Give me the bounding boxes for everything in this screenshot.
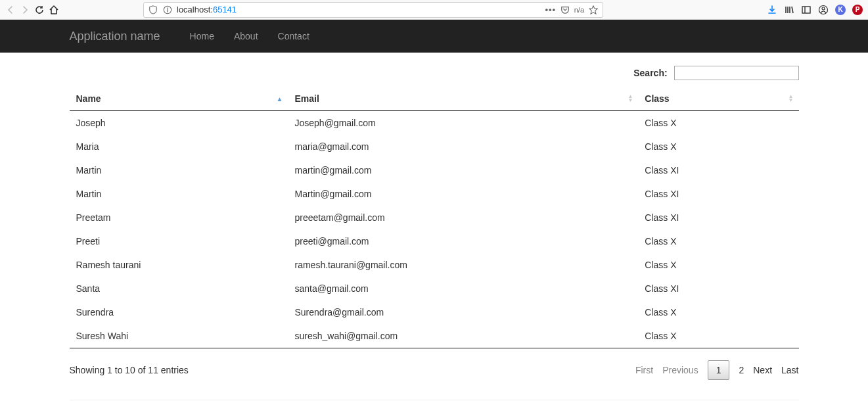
- table-row: Santasanta@gmail.comClass XI: [70, 277, 799, 300]
- cell-email: Surendra@gmail.com: [288, 300, 639, 324]
- cell-name: Preetam: [70, 206, 288, 229]
- paginate-previous[interactable]: Previous: [662, 365, 698, 375]
- table-row: Preetampreeetam@gmail.comClass XI: [70, 206, 799, 229]
- cell-email: Martin@gmail.com: [288, 182, 639, 206]
- main-container: Search: Name ▲ Email ▲▼ Class ▲▼ Joseph: [60, 53, 809, 401]
- cell-class: Class XI: [638, 206, 798, 229]
- nav-link-about[interactable]: About: [224, 21, 268, 51]
- pinterest-icon[interactable]: P: [852, 5, 863, 15]
- table-row: Preetipreeti@gmail.comClass X: [70, 229, 799, 253]
- cell-class: Class X: [638, 229, 798, 253]
- table-row: SurendraSurendra@gmail.comClass X: [70, 300, 799, 324]
- cell-name: Ramesh taurani: [70, 253, 288, 277]
- cell-name: Martin: [70, 182, 288, 206]
- address-bar[interactable]: localhost:65141 ••• n/a: [143, 2, 603, 18]
- more-icon[interactable]: •••: [545, 5, 556, 15]
- cell-class: Class X: [638, 300, 798, 324]
- cell-name: Preeti: [70, 229, 288, 253]
- tracking-label: n/a: [574, 6, 584, 14]
- paginate-last[interactable]: Last: [781, 365, 798, 375]
- search-label: Search:: [633, 68, 798, 78]
- column-header-email[interactable]: Email ▲▼: [288, 87, 639, 111]
- cell-email: preeetam@gmail.com: [288, 206, 639, 229]
- column-header-name[interactable]: Name ▲: [70, 87, 288, 111]
- sort-asc-icon: ▲: [277, 95, 283, 103]
- info-icon[interactable]: [162, 5, 173, 15]
- paginate-page-2[interactable]: 2: [739, 365, 744, 375]
- cell-class: Class XI: [638, 182, 798, 206]
- cell-name: Surendra: [70, 300, 288, 324]
- url-text: localhost:65141: [177, 5, 541, 14]
- account-icon[interactable]: [818, 5, 829, 15]
- pagination: First Previous 1 2 Next Last: [635, 360, 799, 380]
- search-filter: Search:: [70, 66, 799, 80]
- cell-class: Class X: [638, 135, 798, 158]
- nav-links: Home About Contact: [180, 21, 319, 51]
- cell-name: Joseph: [70, 111, 288, 135]
- svg-rect-3: [802, 7, 810, 13]
- paginate-page-1[interactable]: 1: [708, 360, 730, 380]
- extension-k-icon[interactable]: K: [835, 5, 846, 15]
- table-info: Showing 1 to 10 of 11 entries: [70, 365, 189, 375]
- cell-name: Santa: [70, 277, 288, 300]
- cell-email: ramesh.taurani@gmail.com: [288, 253, 639, 277]
- browser-chrome: localhost:65141 ••• n/a K P: [0, 0, 868, 20]
- nav-link-contact[interactable]: Contact: [268, 21, 319, 51]
- cell-email: martin@gmail.com: [288, 158, 639, 182]
- table-row: Suresh Wahisuresh_wahi@gmail.comClass X: [70, 324, 799, 348]
- downloads-icon[interactable]: [767, 5, 777, 15]
- paginate-first[interactable]: First: [635, 365, 653, 375]
- table-row: Martinmartin@gmail.comClass XI: [70, 158, 799, 182]
- cell-email: maria@gmail.com: [288, 135, 639, 158]
- sidebar-icon[interactable]: [801, 5, 811, 15]
- svg-rect-2: [167, 9, 168, 12]
- table-row: JosephJoseph@gmail.comClass X: [70, 111, 799, 135]
- shield-icon[interactable]: [148, 5, 158, 15]
- navbar: Application name Home About Contact: [0, 20, 868, 53]
- cell-email: Joseph@gmail.com: [288, 111, 639, 135]
- table-header-row: Name ▲ Email ▲▼ Class ▲▼: [70, 87, 799, 111]
- browser-nav-icons: [5, 5, 59, 15]
- cell-email: santa@gmail.com: [288, 277, 639, 300]
- table-row: Mariamaria@gmail.comClass X: [70, 135, 799, 158]
- cell-email: preeti@gmail.com: [288, 229, 639, 253]
- cell-class: Class X: [638, 324, 798, 348]
- cell-class: Class XI: [638, 158, 798, 182]
- table-row: MartinMartin@gmail.comClass XI: [70, 182, 799, 206]
- reload-icon[interactable]: [34, 5, 45, 15]
- cell-name: Maria: [70, 135, 288, 158]
- browser-right-icons: K P: [767, 5, 863, 15]
- column-header-class[interactable]: Class ▲▼: [638, 87, 798, 111]
- cell-name: Martin: [70, 158, 288, 182]
- navbar-brand[interactable]: Application name: [70, 30, 160, 43]
- svg-point-1: [167, 7, 168, 9]
- table-row: Ramesh tauraniramesh.taurani@gmail.comCl…: [70, 253, 799, 277]
- data-table: Name ▲ Email ▲▼ Class ▲▼ JosephJoseph@gm…: [70, 87, 799, 348]
- home-icon[interactable]: [49, 5, 59, 15]
- footer-rule: [70, 400, 799, 400]
- search-input[interactable]: [674, 66, 799, 80]
- back-icon[interactable]: [5, 5, 16, 15]
- cell-name: Suresh Wahi: [70, 324, 288, 348]
- sort-both-icon: ▲▼: [788, 95, 794, 103]
- sort-both-icon: ▲▼: [628, 95, 633, 103]
- cell-class: Class X: [638, 111, 798, 135]
- svg-point-6: [822, 7, 825, 10]
- cell-email: suresh_wahi@gmail.com: [288, 324, 639, 348]
- pocket-icon[interactable]: [560, 5, 570, 15]
- table-bottom-bar: Showing 1 to 10 of 11 entries First Prev…: [70, 355, 799, 380]
- cell-class: Class X: [638, 253, 798, 277]
- forward-icon[interactable]: [20, 5, 30, 15]
- nav-link-home[interactable]: Home: [180, 21, 224, 51]
- library-icon[interactable]: [784, 5, 794, 15]
- paginate-next[interactable]: Next: [753, 365, 772, 375]
- bookmark-star-icon[interactable]: [588, 5, 599, 15]
- cell-class: Class XI: [638, 277, 798, 300]
